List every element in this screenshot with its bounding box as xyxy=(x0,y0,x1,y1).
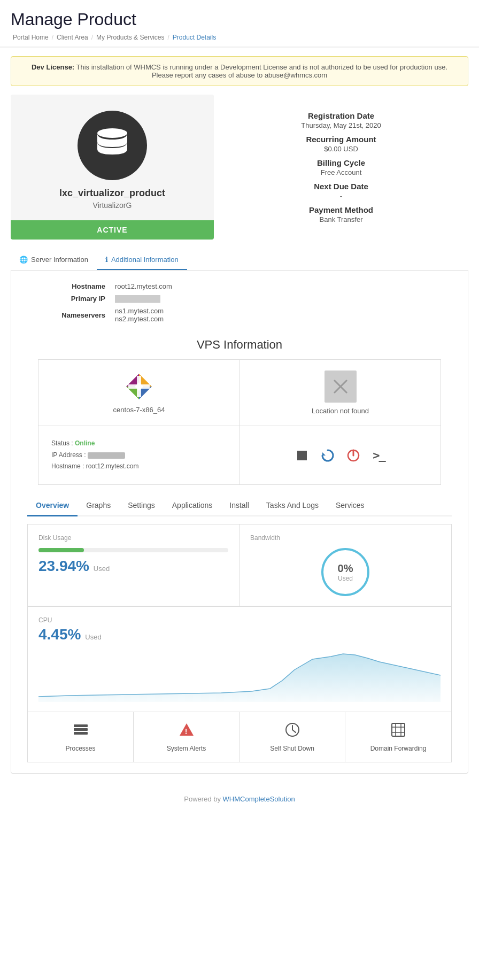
billing-cycle-label: Billing Cycle xyxy=(230,158,452,167)
tab-server-information[interactable]: 🌐 Server Information xyxy=(11,250,97,270)
status-value: Online xyxy=(75,439,95,447)
nameservers-row: Nameservers ns1.mytest.com ns2.mytest.co… xyxy=(28,307,451,326)
processes-label: Processes xyxy=(65,745,95,752)
domain-forwarding-button[interactable]: Domain Forwarding xyxy=(345,712,451,762)
tab-tasks-logs[interactable]: Tasks And Logs xyxy=(258,496,327,516)
footer: Powered by WHMCompleteSolution xyxy=(0,784,479,814)
domain-forwarding-label: Domain Forwarding xyxy=(370,745,427,752)
cpu-chart xyxy=(38,649,441,702)
bandwidth-percent: 0% xyxy=(338,562,353,575)
console-button[interactable]: >_ xyxy=(369,446,389,465)
globe-icon: 🌐 xyxy=(19,256,28,264)
vps-status-info: Status : Online IP Address : Hostname : … xyxy=(51,438,138,473)
footer-link[interactable]: WHMCompleteSolution xyxy=(223,795,295,803)
power-button[interactable] xyxy=(344,446,363,465)
self-shutdown-button[interactable]: Self Shut Down xyxy=(240,712,345,762)
registration-date-block: Registration Date Thursday, May 21st, 20… xyxy=(230,111,452,129)
ns2-value: ns2.mytest.com xyxy=(115,315,451,323)
recurring-amount-block: Recurring Amount $0.00 USD xyxy=(230,135,452,153)
system-alerts-button[interactable]: ! System Alerts xyxy=(134,712,240,762)
system-alerts-label: System Alerts xyxy=(167,745,206,752)
product-name: lxc_virtualizor_product xyxy=(59,188,165,199)
hostname-row-value: root12.mytest.com xyxy=(86,462,139,470)
ip-label: IP Address : xyxy=(51,451,86,459)
vps-cards: centos-7-x86_64 Location not found Stat xyxy=(38,359,441,485)
disk-used-label: Used xyxy=(94,565,110,573)
tab-server-info-label: Server Information xyxy=(31,256,88,264)
breadcrumb-client-area[interactable]: Client Area xyxy=(57,34,88,41)
nameservers-label: Nameservers xyxy=(28,307,114,326)
vps-location-cell: Location not found xyxy=(240,360,441,426)
svg-text:!: ! xyxy=(184,727,187,736)
tab-install[interactable]: Install xyxy=(221,496,258,516)
vps-os-cell: centos-7-x86_64 xyxy=(38,360,240,426)
usage-row: Disk Usage 23.94% Used Bandwidth 0% Used xyxy=(27,524,452,606)
hostname-value: root12.mytest.com xyxy=(115,282,451,294)
svg-rect-18 xyxy=(74,732,88,735)
breadcrumb-current: Product Details xyxy=(173,34,216,41)
restart-button[interactable] xyxy=(318,446,337,465)
registration-date-label: Registration Date xyxy=(230,111,452,120)
tab-applications[interactable]: Applications xyxy=(164,496,221,516)
breadcrumb-products[interactable]: My Products & Services xyxy=(96,34,164,41)
next-due-date-block: Next Due Date - xyxy=(230,182,452,200)
dev-banner-text: This installation of WHMCS is running un… xyxy=(74,63,447,79)
tab-overview[interactable]: Overview xyxy=(27,496,78,516)
product-card: lxc_virtualizor_product VirtualizorG ACT… xyxy=(11,95,214,240)
tab-additional-information[interactable]: ℹ Additional Information xyxy=(97,250,187,270)
disk-bar-fill xyxy=(38,548,84,552)
tab-settings[interactable]: Settings xyxy=(119,496,164,516)
clock-icon xyxy=(284,722,300,742)
dev-banner-prefix: Dev License: xyxy=(32,63,74,71)
product-icon-area: lxc_virtualizor_product VirtualizorG xyxy=(11,95,214,220)
vps-section-title: VPS Information xyxy=(27,338,452,352)
next-due-date-label: Next Due Date xyxy=(230,182,452,191)
centos-logo-icon xyxy=(124,372,154,402)
database-icon xyxy=(96,128,128,163)
payment-method-label: Payment Method xyxy=(230,205,452,214)
bandwidth-circle: 0% Used xyxy=(321,548,369,596)
svg-rect-16 xyxy=(74,724,88,727)
svg-marker-13 xyxy=(322,452,326,456)
action-buttons: >_ xyxy=(292,446,389,465)
ip-value xyxy=(88,452,125,459)
breadcrumb-portal-home[interactable]: Portal Home xyxy=(13,34,49,41)
vps-status-cell: Status : Online IP Address : Hostname : … xyxy=(38,426,240,484)
tab-services[interactable]: Services xyxy=(327,496,373,516)
cpu-card: CPU 4.45% Used xyxy=(27,606,452,712)
server-tabs: 🌐 Server Information ℹ Additional Inform… xyxy=(11,250,468,271)
location-not-found-icon xyxy=(325,371,357,403)
processes-button[interactable]: Processes xyxy=(28,712,134,762)
tab-graphs[interactable]: Graphs xyxy=(78,496,119,516)
primary-ip-value: ██████████ xyxy=(115,295,451,306)
self-shutdown-label: Self Shut Down xyxy=(270,745,314,752)
dev-banner: Dev License: This installation of WHMCS … xyxy=(11,56,468,86)
breadcrumb: Portal Home / Client Area / My Products … xyxy=(11,34,468,41)
payment-method-block: Payment Method Bank Transfer xyxy=(230,205,452,223)
tabs-nav: 🌐 Server Information ℹ Additional Inform… xyxy=(11,250,468,270)
svg-rect-12 xyxy=(297,451,307,460)
stop-button[interactable] xyxy=(292,446,312,465)
bottom-actions: Processes ! System Alerts Self Shut Down xyxy=(27,712,452,762)
breadcrumb-sep-1: / xyxy=(52,34,53,41)
ns1-value: ns1.mytest.com xyxy=(115,307,451,315)
cpu-label: CPU xyxy=(38,616,441,624)
disk-percent: 23.94% xyxy=(38,558,89,574)
cpu-used-label: Used xyxy=(85,633,101,641)
primary-ip-label: Primary IP xyxy=(28,295,114,306)
tab-additional-info-label: Additional Information xyxy=(111,256,179,264)
svg-point-0 xyxy=(97,128,127,138)
alert-icon: ! xyxy=(179,722,195,742)
globe2-icon xyxy=(390,722,406,742)
vps-location-label: Location not found xyxy=(312,407,369,415)
info-icon: ℹ xyxy=(105,256,108,264)
vps-grid: centos-7-x86_64 Location not found Stat xyxy=(38,359,441,485)
product-section: lxc_virtualizor_product VirtualizorG ACT… xyxy=(11,95,468,240)
bandwidth-used: Used xyxy=(338,575,353,582)
billing-cycle-block: Billing Cycle Free Account xyxy=(230,158,452,176)
status-label: Status : xyxy=(51,439,73,447)
breadcrumb-sep-2: / xyxy=(91,34,93,41)
payment-method-value: Bank Transfer xyxy=(230,215,452,223)
page-title: Manage Product xyxy=(11,10,468,29)
next-due-date-value: - xyxy=(230,192,452,200)
